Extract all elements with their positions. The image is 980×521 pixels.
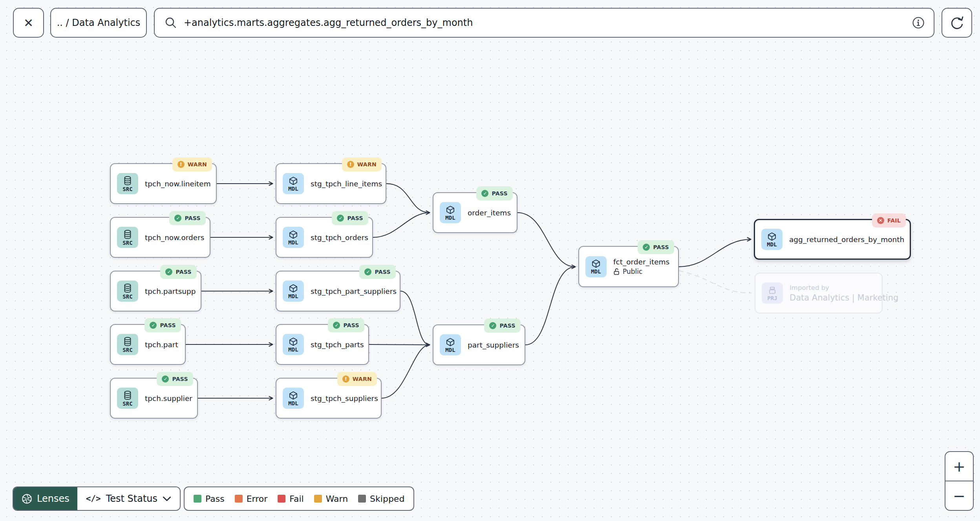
check-icon: ✓ <box>162 375 169 383</box>
cube-icon <box>446 337 455 347</box>
code-icon: </> <box>86 494 101 503</box>
zoom-controls: + − <box>945 451 974 511</box>
search-input[interactable] <box>184 17 911 28</box>
model-type-icon: MDL <box>283 334 304 355</box>
node-part_suppliers[interactable]: ✓ PASS MDL part_suppliers <box>433 324 525 365</box>
access-level: Public <box>613 268 669 275</box>
status-badge-pass: ✓ PASS <box>638 240 674 254</box>
legend-item-warn: Warn <box>314 494 348 504</box>
cube-icon <box>591 259 601 268</box>
cube-icon <box>289 176 298 186</box>
check-icon: ✓ <box>481 190 488 197</box>
refresh-icon <box>949 15 965 31</box>
source-type-icon: SRC <box>117 227 138 248</box>
chevron-down-icon <box>163 496 171 501</box>
cube-icon <box>767 232 777 241</box>
check-icon: ✓ <box>643 244 650 251</box>
cube-icon <box>446 205 455 215</box>
fail-swatch <box>278 495 285 503</box>
cube-icon <box>289 284 298 293</box>
check-icon: ✓ <box>174 215 181 222</box>
model-type-icon: MDL <box>283 388 304 409</box>
node-tpch_now-orders[interactable]: ✓ PASS SRC tpch_now.orders <box>110 217 210 258</box>
node-tpch-partsupp[interactable]: ✓ PASS SRC tpch.partsupp <box>110 271 201 312</box>
info-icon[interactable] <box>911 15 926 30</box>
model-type-icon: MDL <box>283 281 304 302</box>
source-type-icon: SRC <box>117 173 138 194</box>
node-stg_tpch_orders[interactable]: ✓ PASS MDL stg_tpch_orders <box>276 217 373 258</box>
search-icon <box>164 16 177 29</box>
warn-swatch <box>314 495 322 503</box>
unlock-icon <box>613 268 620 275</box>
warn-icon: ! <box>347 161 354 168</box>
close-button[interactable]: ✕ <box>13 8 44 38</box>
node-tpch-part[interactable]: ✓ PASS SRC tpch.part <box>110 324 186 365</box>
zoom-in-button[interactable]: + <box>945 452 973 481</box>
node-imported-by-project[interactable]: PRJ Imported by Data Analytics | Marketi… <box>755 273 883 313</box>
check-icon: ✓ <box>489 322 496 329</box>
legend-item-error: Error <box>235 494 268 504</box>
status-badge-pass: ✓ PASS <box>169 211 206 225</box>
node-fct_order_items[interactable]: ✓ PASS MDL fct_order_items Public <box>578 246 679 287</box>
legend-item-skipped: Skipped <box>358 494 404 504</box>
database-icon <box>123 176 132 186</box>
close-icon: ✕ <box>24 16 33 30</box>
source-type-icon: SRC <box>117 334 138 355</box>
node-stg_tpch_parts[interactable]: ✓ PASS MDL stg_tpch_parts <box>276 324 369 365</box>
node-order_items[interactable]: ✓ PASS MDL order_items <box>433 192 517 233</box>
pass-swatch <box>194 495 201 503</box>
status-badge-pass: ✓ PASS <box>157 372 193 386</box>
cube-icon <box>289 337 298 346</box>
model-type-icon: MDL <box>440 202 461 223</box>
lens-selector-label: Test Status <box>106 493 157 504</box>
database-icon <box>123 283 132 293</box>
lineage-search[interactable] <box>154 8 934 38</box>
status-badge-pass: ✓ PASS <box>484 319 521 333</box>
node-tpch_now-lineitem[interactable]: ! WARN SRC tpch_now.lineitem <box>110 163 217 204</box>
status-badge-pass: ✓ PASS <box>476 186 513 200</box>
check-icon: ✓ <box>337 215 344 222</box>
model-type-icon: MDL <box>283 227 304 248</box>
status-badge-warn: ! WARN <box>337 372 377 386</box>
node-stg_tpch_part_suppliers[interactable]: ✓ PASS MDL stg_tpch_part_suppliers <box>276 271 400 312</box>
edge-layer <box>0 0 980 521</box>
check-icon: ✓ <box>150 322 157 329</box>
model-type-icon: MDL <box>440 334 461 355</box>
breadcrumb[interactable]: .. / Data Analytics <box>50 8 147 38</box>
zoom-out-button[interactable]: − <box>945 481 973 510</box>
breadcrumb-label: .. / Data Analytics <box>57 17 141 28</box>
imported-by-label: Imported by <box>790 284 876 291</box>
check-icon: ✓ <box>165 268 172 275</box>
status-badge-pass: ✓ PASS <box>160 265 197 279</box>
status-badge-pass: ✓ PASS <box>332 211 368 225</box>
node-tpch-supplier[interactable]: ✓ PASS SRC tpch.supplier <box>110 378 198 419</box>
refresh-button[interactable] <box>942 8 972 38</box>
lineage-canvas[interactable]: ✕ .. / Data Analytics <box>0 0 980 521</box>
project-type-icon: PRJ <box>762 282 783 304</box>
database-icon <box>123 337 132 347</box>
fail-icon: ✕ <box>877 217 884 224</box>
status-badge-pass: ✓ PASS <box>359 265 396 279</box>
node-stg_tpch_suppliers[interactable]: ! WARN MDL stg_tpch_suppliers <box>276 378 382 419</box>
status-badge-pass: ✓ PASS <box>144 318 181 332</box>
node-stg_tpch_line_items[interactable]: ! WARN MDL stg_tpch_line_items <box>276 163 386 204</box>
source-type-icon: SRC <box>117 281 138 302</box>
node-agg_returned_orders_by_month[interactable]: ✕ FAIL MDL agg_returned_orders_by_month <box>754 219 911 260</box>
skipped-swatch <box>358 495 366 503</box>
check-icon: ✓ <box>333 322 340 329</box>
lenses-button[interactable]: Lenses <box>13 487 77 510</box>
aperture-icon <box>21 493 33 505</box>
status-badge-warn: ! WARN <box>342 157 382 171</box>
legend-item-fail: Fail <box>278 494 304 504</box>
lenses-label: Lenses <box>37 493 69 504</box>
error-swatch <box>235 495 243 503</box>
status-badge-warn: ! WARN <box>172 157 212 171</box>
lens-selector-test-status[interactable]: </> Test Status <box>77 487 180 510</box>
lenses-control: Lenses </> Test Status <box>13 486 181 511</box>
project-name: Data Analytics | Marketing <box>790 293 876 302</box>
source-type-icon: SRC <box>117 388 138 409</box>
model-type-icon: MDL <box>761 229 783 250</box>
database-icon <box>123 230 132 240</box>
database-icon <box>123 390 132 401</box>
status-badge-fail: ✕ FAIL <box>872 213 906 228</box>
